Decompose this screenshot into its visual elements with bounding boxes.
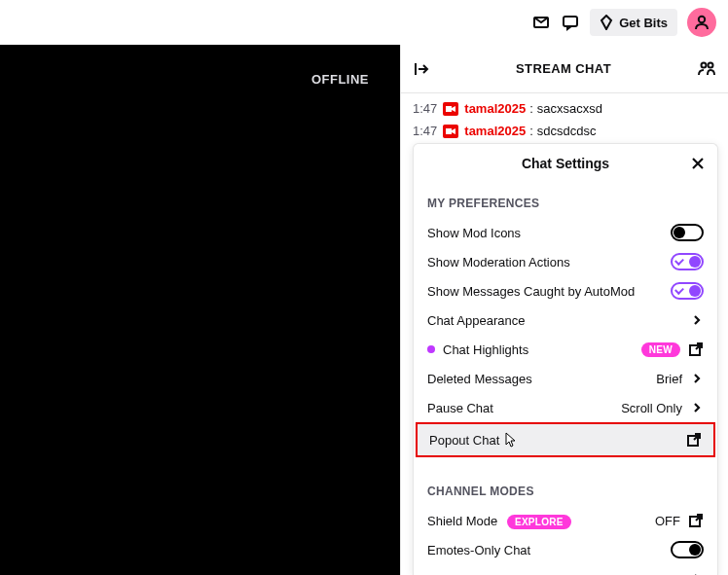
row-label: Deleted Messages [427,372,648,386]
row-value: Brief [656,372,682,386]
row-label: Followers-Only Chat [427,572,649,576]
avatar[interactable] [687,8,716,37]
row-popout-chat[interactable]: Popout Chat [418,424,713,455]
row-label: Chat Appearance [427,313,682,328]
settings-title: Chat Settings [522,156,609,171]
collapse-chat-icon[interactable] [413,60,430,78]
chat-time: 1:47 [413,101,437,116]
chat-username[interactable]: tamal2025 [464,124,526,138]
video-player[interactable]: OFFLINE [0,45,400,575]
new-badge: NEW [641,342,680,357]
chat-message: 1:47 tamal2025: sacxsacxsd [413,101,716,116]
chevron-right-icon [690,313,704,327]
toggle-emotes-only[interactable] [671,541,704,558]
row-label: Shield Mode EXPLORE [427,514,647,528]
row-shield-mode[interactable]: Shield Mode EXPLORE OFF [414,506,717,535]
row-label: Popout Chat [429,433,678,448]
chat-header-title: STREAM CHAT [430,61,697,76]
row-value: OFF [655,514,680,528]
external-link-icon[interactable] [688,513,704,528]
row-show-mod-actions[interactable]: Show Moderation Actions [414,247,717,276]
svg-rect-5 [446,106,452,112]
section-my-preferences: MY PREFERENCES [414,187,717,218]
svg-rect-6 [446,128,452,134]
row-show-mod-icons[interactable]: Show Mod Icons [414,218,717,247]
chevron-right-icon [690,401,704,414]
row-followers-only[interactable]: Followers-Only Chat OFF [414,564,717,575]
row-chat-appearance[interactable]: Chat Appearance [414,305,717,335]
row-show-automod[interactable]: Show Messages Caught by AutoMod [414,276,717,305]
row-deleted-messages[interactable]: Deleted Messages Brief [414,364,717,393]
get-bits-button[interactable]: Get Bits [590,9,677,36]
explore-badge: EXPLORE [507,515,571,529]
svg-rect-1 [564,17,577,26]
chat-panel: STREAM CHAT 1:47 tamal2025: sacxsacxsd 1… [400,45,728,575]
row-emotes-only[interactable]: Emotes-Only Chat [414,535,717,564]
section-channel-modes: CHANNEL MODES [414,475,717,506]
close-button[interactable] [688,154,708,173]
toggle-show-automod[interactable] [671,282,704,300]
row-value: OFF [657,572,682,576]
chat-text: sdcsdcdsc [537,124,597,138]
chat-text: sacxsacxsd [537,101,602,116]
highlight-dot-icon [427,345,435,353]
chevron-right-icon [690,372,704,385]
whispers-icon[interactable] [561,13,580,32]
row-pause-chat[interactable]: Pause Chat Scroll Only [414,393,717,422]
broadcaster-badge-icon [443,102,458,116]
row-label: Chat Highlights [443,342,634,357]
chat-time: 1:47 [413,124,437,138]
external-link-icon[interactable] [686,432,702,448]
row-value: Scroll Only [621,401,682,415]
external-link-icon[interactable] [688,341,704,357]
get-bits-label: Get Bits [619,16,668,30]
row-label: Pause Chat [427,401,613,415]
chat-settings-panel: Chat Settings MY PREFERENCES Show Mod Ic… [413,143,718,575]
chat-message: 1:47 tamal2025: sdcsdcdsc [413,124,716,138]
chat-username[interactable]: tamal2025 [464,101,526,116]
row-chat-highlights[interactable]: Chat Highlights NEW [414,335,717,364]
bits-icon [600,15,613,30]
row-label: Emotes-Only Chat [427,543,663,557]
close-icon [691,157,705,170]
row-label: Show Moderation Actions [427,255,663,270]
toggle-show-mod-actions[interactable] [671,253,704,270]
row-label: Show Messages Caught by AutoMod [427,284,663,299]
svg-point-2 [699,17,705,22]
row-label: Show Mod Icons [427,226,663,240]
user-icon [693,14,710,31]
offline-status: OFFLINE [311,72,369,87]
inbox-icon[interactable] [531,13,551,32]
svg-point-4 [709,62,713,67]
broadcaster-badge-icon [443,125,458,138]
community-icon[interactable] [697,59,716,79]
toggle-show-mod-icons[interactable] [671,224,704,241]
svg-point-3 [702,62,707,67]
